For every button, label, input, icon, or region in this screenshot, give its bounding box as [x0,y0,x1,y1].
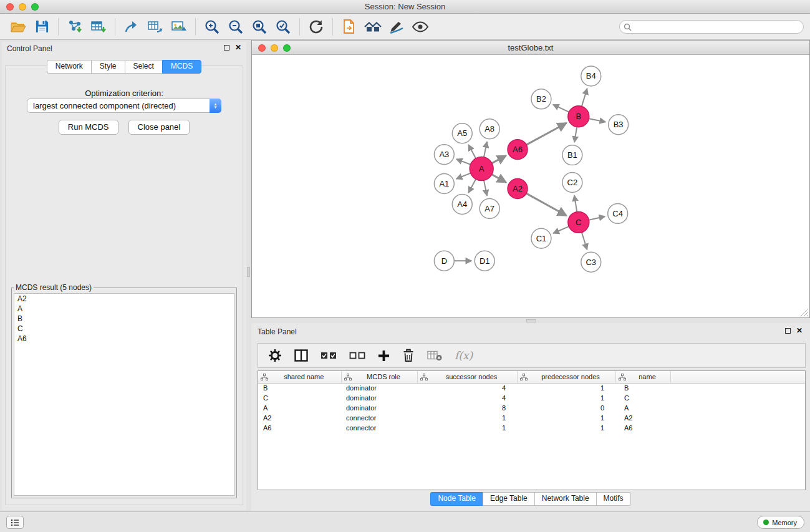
deselect-all-icon[interactable] [349,351,365,360]
node-A8[interactable]: A8 [480,119,499,139]
column-selector-icon[interactable] [294,349,308,362]
edge-C-C4[interactable] [589,216,605,220]
float-panel-icon[interactable] [224,45,229,51]
horizontal-splitter-handle[interactable] [526,319,536,322]
table-row[interactable]: A2connector11A2 [258,413,805,423]
column-header-successor-nodes[interactable]: successor nodes [417,371,517,383]
delete-table-icon[interactable] [427,350,442,361]
table-row[interactable]: Bdominator41B [258,383,805,393]
node-D[interactable]: D [434,251,454,271]
node-B2[interactable]: B2 [531,89,551,109]
node-C4[interactable]: C4 [608,203,628,223]
network-canvas[interactable]: B4B2BB3A5A8A6A3B1AC2A1A2A4A7C4CC1DD1C3 [252,56,809,317]
node-A[interactable]: A [470,157,493,181]
minimize-window-button[interactable] [19,3,26,11]
node-A5[interactable]: A5 [452,123,472,143]
column-header-predecessor-nodes[interactable]: predecessor nodes [517,371,615,383]
run-mcds-button[interactable]: Run MCDS [59,120,118,135]
table-row[interactable]: A6connector11A6 [258,423,805,433]
network-table-icon[interactable] [143,17,167,37]
import-table-icon[interactable] [87,17,110,37]
zoom-network-window-button[interactable] [283,44,291,52]
tab-network[interactable]: Network [47,60,91,74]
edge-A-A7[interactable] [484,180,487,196]
tab-edge-table[interactable]: Edge Table [483,492,534,506]
zoom-window-button[interactable] [31,3,39,11]
import-network-icon[interactable] [63,17,87,37]
task-history-button[interactable] [6,516,24,529]
close-network-window-button[interactable] [258,44,266,52]
select-all-icon[interactable] [321,351,337,360]
node-A2[interactable]: A2 [508,179,528,199]
edge-A-A6[interactable] [492,156,506,163]
node-C2[interactable]: C2 [562,173,582,193]
edge-A2-C[interactable] [526,193,567,216]
add-icon[interactable] [378,350,390,362]
tab-network-table[interactable]: Network Table [534,492,596,506]
edge-A-A3[interactable] [456,159,471,165]
node-A3[interactable]: A3 [434,145,454,165]
mcds-result-item[interactable]: A2 [14,294,234,304]
column-header-shared-name[interactable]: shared name [258,371,341,383]
edge-A-A4[interactable] [468,179,476,193]
export-image-icon[interactable] [167,17,191,37]
table-row[interactable]: Cdominator41C [258,393,805,403]
tab-node-table[interactable]: Node Table [430,492,483,506]
node-B[interactable]: B [568,106,589,127]
function-icon[interactable]: f(x) [455,349,473,362]
zoom-fit-icon[interactable] [248,17,271,37]
vertical-splitter-handle[interactable] [247,267,250,277]
close-panel-icon[interactable]: ✕ [235,44,241,51]
node-A6[interactable]: A6 [508,140,528,160]
memory-button[interactable]: Memory [757,516,804,529]
zoom-selected-icon[interactable] [271,17,295,37]
network-window-titlebar[interactable]: testGlobe.txt [252,41,809,55]
zoom-out-icon[interactable] [224,17,248,37]
node-A1[interactable]: A1 [434,174,454,194]
node-A4[interactable]: A4 [452,194,472,214]
node-D1[interactable]: D1 [475,251,494,271]
mcds-result-item[interactable]: A6 [14,334,234,344]
tab-mcds[interactable]: MCDS [162,60,201,74]
eye-icon[interactable] [408,17,432,37]
edge-B-B1[interactable] [574,127,577,142]
mcds-result-list[interactable]: A2ABCA6 [14,293,234,496]
node-C3[interactable]: C3 [581,252,601,272]
search-input[interactable] [619,20,804,34]
document-icon[interactable] [337,17,361,37]
tab-select[interactable]: Select [125,60,162,74]
mcds-result-item[interactable]: C [14,324,234,334]
settings-gear-icon[interactable] [268,349,282,362]
edge-C-C2[interactable] [574,195,577,211]
node-B3[interactable]: B3 [609,115,629,135]
zoom-in-icon[interactable] [200,17,224,37]
open-icon[interactable] [6,17,30,37]
edge-C-C1[interactable] [553,226,569,233]
edge-C-C3[interactable] [582,233,587,250]
refresh-icon[interactable] [304,17,328,37]
edge-B-B4[interactable] [582,89,587,107]
node-B4[interactable]: B4 [581,66,601,86]
node-B1[interactable]: B1 [562,145,582,165]
close-panel-button[interactable]: Close panel [128,120,190,135]
resize-grip-icon[interactable] [800,308,809,317]
edge-A-A5[interactable] [468,145,476,158]
tab-style[interactable]: Style [91,60,125,74]
tab-motifs[interactable]: Motifs [596,492,631,506]
column-header-MCDS-role[interactable]: MCDS role [341,371,417,383]
table-row[interactable]: Adominator80A [258,403,805,413]
float-panel-icon[interactable] [785,328,791,334]
edge-B-B3[interactable] [589,118,605,122]
minimize-network-window-button[interactable] [271,44,278,52]
mcds-result-item[interactable]: B [14,314,234,324]
edge-B-B2[interactable] [553,105,569,112]
mcds-result-item[interactable]: A [14,304,234,314]
close-window-button[interactable] [6,3,14,11]
home-icon[interactable] [361,17,385,37]
node-C[interactable]: C [568,211,589,233]
optimization-criterion-dropdown[interactable]: largest connected component (directed) ▲… [27,99,221,113]
new-network-icon[interactable] [120,17,143,37]
close-panel-icon[interactable]: ✕ [796,327,803,334]
filter-icon[interactable] [385,17,408,37]
column-header-name[interactable]: name [615,371,670,383]
